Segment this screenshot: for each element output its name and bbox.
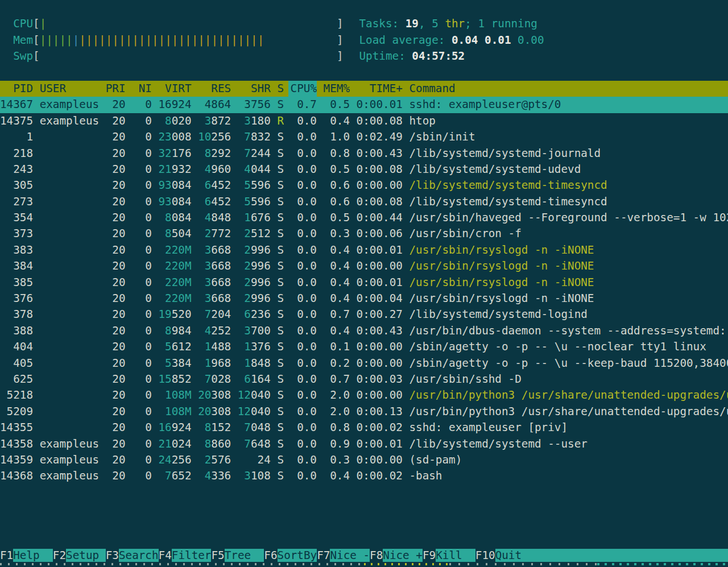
process-row-pid-5218[interactable]: 5218 20 0 108M 20308 12040 S 0.0 2.0 0:0… <box>0 387 728 403</box>
fkey-action-nice-[interactable]: Nice + <box>383 549 423 562</box>
fkey-f5[interactable]: F5 <box>211 549 224 562</box>
column-header-user[interactable]: USER <box>40 81 99 97</box>
process-row-pid-404[interactable]: 404 20 0 5612 1488 1376 S 0.0 0.1 0:00.0… <box>0 339 728 355</box>
cell-s: S <box>277 387 284 403</box>
cell-user: exampleus <box>40 97 99 113</box>
cell-ni: 0 <box>132 97 152 113</box>
fkey-f3[interactable]: F3 <box>106 549 119 562</box>
cell-res: 7028 <box>198 371 231 387</box>
process-row-pid-273[interactable]: 273 20 0 93084 6452 5596 S 0.0 0.6 0:00.… <box>0 194 728 210</box>
process-row-pid-1[interactable]: 1 20 0 23008 10256 7832 S 0.0 1.0 0:02.4… <box>0 129 728 145</box>
process-row-pid-14359[interactable]: 14359 exampleus 20 0 24256 2576 24 S 0.0… <box>0 452 728 468</box>
cell-time: 0:00.43 <box>357 323 403 339</box>
cell-ni: 0 <box>132 177 152 193</box>
cell-pid: 305 <box>0 177 33 193</box>
cell-pri: 20 <box>106 339 126 355</box>
cell-shr: 7832 <box>238 129 271 145</box>
process-row-pid-14367[interactable]: 14367 exampleus 20 0 16924 4864 3756 S 0… <box>0 97 728 113</box>
fkey-f10[interactable]: F10 <box>475 549 495 562</box>
process-row-pid-14375[interactable]: 14375 exampleus 20 0 8020 3872 3180 R 0.… <box>0 113 728 129</box>
cell-cpu: 0.0 <box>291 129 317 145</box>
cell-shr: 2512 <box>238 226 271 242</box>
cell-pri: 20 <box>106 146 126 162</box>
process-row-pid-385[interactable]: 385 20 0 220M 3668 2996 S 0.0 0.4 0:00.0… <box>0 275 728 291</box>
column-header-ni[interactable]: NI <box>132 81 152 97</box>
process-row-pid-5209[interactable]: 5209 20 0 108M 20308 12040 S 0.0 2.0 0:0… <box>0 404 728 420</box>
cell-user: exampleus <box>40 113 99 129</box>
cell-shr: 7048 <box>238 420 271 436</box>
fkey-action-kill[interactable]: Kill <box>436 549 475 562</box>
cell-user <box>40 420 99 436</box>
process-row-pid-378[interactable]: 378 20 0 19520 7204 6236 S 0.0 0.7 0:00.… <box>0 307 728 322</box>
process-row-pid-14355[interactable]: 14355 20 0 16924 8152 7048 S 0.0 0.8 0:0… <box>0 420 728 436</box>
fkey-action-filter[interactable]: Filter <box>172 549 212 562</box>
cell-ni: 0 <box>132 258 152 274</box>
cell-cpu: 0.0 <box>291 339 317 355</box>
cell-virt: 21024 <box>159 436 192 452</box>
fkey-f9[interactable]: F9 <box>423 549 436 562</box>
fkey-f8[interactable]: F8 <box>370 549 383 562</box>
fkey-action-sortby[interactable]: SortBy <box>278 549 317 562</box>
process-row-pid-14368[interactable]: 14368 exampleus 20 0 7652 4336 3108 S 0.… <box>0 468 728 484</box>
column-header-time[interactable]: TIME+ <box>357 81 403 97</box>
cell-ni: 0 <box>132 339 152 355</box>
fkey-action-quit[interactable]: Quit <box>495 549 728 562</box>
column-header-s[interactable]: S <box>277 81 284 97</box>
cell-mem: 0.8 <box>324 420 350 436</box>
column-header-cpu[interactable]: CPU% <box>291 81 317 97</box>
fkey-f6[interactable]: F6 <box>264 549 277 562</box>
cell-shr: 3700 <box>238 323 271 339</box>
process-row-pid-376[interactable]: 376 20 0 220M 3668 2996 S 0.0 0.4 0:00.0… <box>0 291 728 307</box>
process-row-pid-14358[interactable]: 14358 exampleus 20 0 21024 8860 7648 S 0… <box>0 436 728 452</box>
column-header-shr[interactable]: SHR <box>238 81 271 97</box>
fkey-f2[interactable]: F2 <box>53 549 66 562</box>
htop-terminal: CPU[|]Tasks: 19, 5 thr; 1 running Mem[||… <box>0 16 728 566</box>
cell-time: 0:00.00 <box>357 177 403 193</box>
fkey-f7[interactable]: F7 <box>317 549 330 562</box>
process-row-pid-305[interactable]: 305 20 0 93084 6452 5596 S 0.0 0.6 0:00.… <box>0 177 728 193</box>
fkey-f1[interactable]: F1 <box>0 549 13 562</box>
process-row-pid-218[interactable]: 218 20 0 32176 8292 7244 S 0.0 0.8 0:00.… <box>0 146 728 162</box>
cell-shr: 2996 <box>238 275 271 291</box>
cell-mem: 0.1 <box>324 339 350 355</box>
process-row-pid-373[interactable]: 373 20 0 8504 2772 2512 S 0.0 0.3 0:00.0… <box>0 226 728 242</box>
cell-time: 0:00.00 <box>357 355 403 371</box>
process-row-pid-625[interactable]: 625 20 0 15852 7028 6164 S 0.0 0.7 0:00.… <box>0 371 728 387</box>
column-header-cmd[interactable]: Command <box>409 81 728 97</box>
cell-cmd: /usr/bin/python3 /usr/share/unattended-u… <box>409 404 728 420</box>
cell-ni: 0 <box>132 113 152 129</box>
cell-time: 0:00.08 <box>357 162 403 177</box>
cell-s: S <box>277 258 284 274</box>
process-row-pid-383[interactable]: 383 20 0 220M 3668 2996 S 0.0 0.4 0:00.0… <box>0 242 728 258</box>
fkey-action-nice-[interactable]: Nice - <box>330 549 370 562</box>
column-header-pri[interactable]: PRI <box>106 81 126 97</box>
cell-cpu: 0.0 <box>291 177 317 193</box>
cell-shr: 1376 <box>238 339 271 355</box>
process-row-pid-243[interactable]: 243 20 0 21932 4960 4044 S 0.0 0.5 0:00.… <box>0 162 728 177</box>
process-row-pid-384[interactable]: 384 20 0 220M 3668 2996 S 0.0 0.4 0:00.0… <box>0 258 728 274</box>
cell-virt: 220M <box>159 258 192 274</box>
blank-line <box>0 65 728 81</box>
cell-pid: 373 <box>0 226 33 242</box>
cell-mem: 0.4 <box>324 242 350 258</box>
cell-pid: 376 <box>0 291 33 307</box>
cell-time: 0:00.08 <box>357 194 403 210</box>
process-row-pid-354[interactable]: 354 20 0 8084 4848 1676 S 0.0 0.5 0:00.4… <box>0 210 728 226</box>
fkey-action-tree[interactable]: Tree <box>225 549 264 562</box>
cell-user <box>40 387 99 403</box>
cell-time: 0:00.08 <box>357 113 403 129</box>
column-header-res[interactable]: RES <box>198 81 231 97</box>
cell-cmd: htop <box>409 113 728 129</box>
fkey-action-help[interactable]: Help <box>13 549 53 562</box>
column-header-virt[interactable]: VIRT <box>159 81 192 97</box>
fkey-action-search[interactable]: Search <box>119 549 159 562</box>
process-row-pid-388[interactable]: 388 20 0 8984 4252 3700 S 0.0 0.4 0:00.4… <box>0 323 728 339</box>
column-header-mem[interactable]: MEM% <box>324 81 350 97</box>
glyph-fragment <box>449 563 597 565</box>
fkey-action-setup[interactable]: Setup <box>66 549 106 562</box>
meter-bracket-open: [ <box>33 32 40 48</box>
process-row-pid-405[interactable]: 405 20 0 5384 1968 1848 S 0.0 0.2 0:00.0… <box>0 355 728 371</box>
fkey-f4[interactable]: F4 <box>159 549 172 562</box>
meter-bracket-close: ] <box>337 32 344 48</box>
column-header-pid[interactable]: PID <box>0 81 33 97</box>
